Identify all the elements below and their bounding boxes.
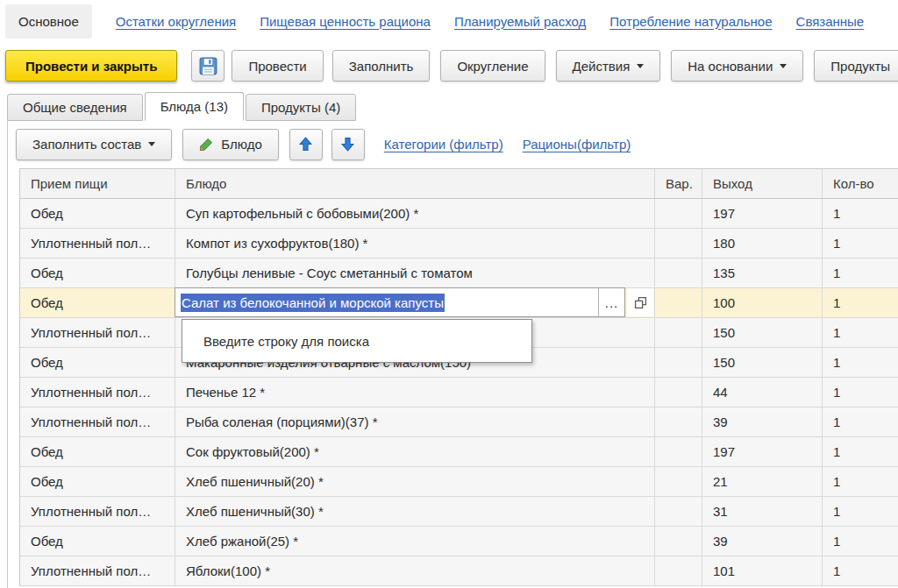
- cell-out[interactable]: 197: [702, 199, 823, 228]
- cell-out[interactable]: 150: [702, 318, 823, 347]
- tab-dishes[interactable]: Блюда (13): [145, 92, 244, 121]
- cell-var[interactable]: [655, 259, 702, 287]
- table-row[interactable]: ОбедСок фруктовый(200) *1971: [20, 437, 898, 467]
- cell-qty[interactable]: 1: [823, 229, 898, 258]
- cell-qty[interactable]: 1: [823, 348, 898, 377]
- cell-out[interactable]: 197: [702, 437, 823, 466]
- cell-qty[interactable]: 1: [823, 407, 898, 436]
- save-button[interactable]: [191, 50, 224, 81]
- cell-meal[interactable]: Уплотненный пол…: [20, 407, 175, 436]
- cell-dish[interactable]: Печенье 12 *: [175, 378, 655, 407]
- column-header-qty[interactable]: Кол-во: [823, 169, 898, 198]
- cell-meal[interactable]: Обед: [20, 259, 175, 287]
- cell-out[interactable]: 100: [702, 288, 823, 317]
- rations-filter-link[interactable]: Рационы(фильтр): [523, 137, 631, 152]
- cell-meal[interactable]: Уплотненный пол…: [20, 378, 175, 407]
- fill-composition-menu-button[interactable]: Заполнить состав: [16, 129, 172, 160]
- post-button[interactable]: Провести: [232, 50, 323, 81]
- products-button[interactable]: Продукты: [814, 50, 898, 81]
- cell-var[interactable]: [655, 527, 702, 556]
- table-row[interactable]: Уплотненный пол…Компот из сухофруктов(18…: [20, 229, 898, 259]
- actions-menu-button[interactable]: Действия: [556, 50, 661, 81]
- move-up-button[interactable]: [289, 129, 323, 160]
- cell-dish[interactable]: Рыба соленая (порциями)(37) *: [175, 407, 655, 436]
- cell-meal[interactable]: Уплотненный пол…: [20, 318, 175, 347]
- nav-link-related[interactable]: Связанные: [796, 14, 865, 29]
- cell-dish[interactable]: Хлеб пшеничный(30) *: [175, 497, 655, 526]
- column-header-var[interactable]: Вар.: [655, 169, 702, 198]
- move-down-button[interactable]: [331, 129, 365, 160]
- table-row[interactable]: ОбедХлеб ржаной(25) *391: [20, 527, 898, 556]
- cell-qty[interactable]: 1: [823, 497, 898, 526]
- table-row[interactable]: ОбедХлеб пшеничный(20) *211: [20, 467, 898, 497]
- cell-var[interactable]: [655, 378, 702, 407]
- cell-var[interactable]: [655, 467, 702, 496]
- categories-filter-link[interactable]: Категории (фильтр): [384, 137, 503, 152]
- cell-meal[interactable]: Обед: [20, 467, 175, 496]
- cell-qty[interactable]: 1: [823, 318, 898, 347]
- table-row[interactable]: Уплотненный пол…Яблоки(100) *1011: [20, 556, 898, 586]
- cell-qty[interactable]: 1: [823, 467, 898, 496]
- cell-qty[interactable]: 1: [823, 556, 898, 585]
- dish-edit-field[interactable]: Салат из белокочанной и морской капусты …: [175, 287, 625, 317]
- cell-var[interactable]: [655, 318, 702, 347]
- dish-edit-input[interactable]: Салат из белокочанной и морской капусты: [175, 288, 598, 316]
- cell-meal[interactable]: Уплотненный пол…: [20, 556, 175, 585]
- cell-dish[interactable]: Яблоки(100) *: [175, 556, 655, 585]
- column-header-meal[interactable]: Прием пищи: [20, 169, 175, 198]
- nav-link-rounding-leftovers[interactable]: Остатки округления: [116, 14, 236, 29]
- cell-out[interactable]: 150: [702, 348, 823, 377]
- cell-qty[interactable]: 1: [823, 199, 898, 228]
- cell-qty[interactable]: 1: [823, 378, 898, 407]
- cell-var[interactable]: [655, 199, 702, 228]
- nav-link-nutrition-value[interactable]: Пищевая ценность рациона: [260, 14, 431, 29]
- cell-meal[interactable]: Обед: [20, 527, 175, 556]
- based-on-menu-button[interactable]: На основании: [671, 50, 803, 81]
- cell-var[interactable]: [655, 229, 702, 258]
- cell-out[interactable]: 135: [702, 259, 823, 287]
- cell-meal[interactable]: Уплотненный пол…: [20, 229, 175, 258]
- choose-value-button[interactable]: ...: [598, 288, 624, 316]
- cell-meal[interactable]: Обед: [20, 348, 175, 377]
- cell-qty[interactable]: 1: [823, 259, 898, 287]
- cell-qty[interactable]: 1: [823, 437, 898, 466]
- table-row[interactable]: Уплотненный пол…Печенье 12 *441: [20, 378, 898, 407]
- cell-meal[interactable]: Обед: [20, 288, 175, 317]
- cell-qty[interactable]: 1: [823, 527, 898, 556]
- cell-dish[interactable]: Хлеб ржаной(25) *: [175, 527, 655, 556]
- post-and-close-button[interactable]: Провести и закрыть: [5, 50, 177, 81]
- nav-link-natural-consumption[interactable]: Потребление натуральное: [609, 14, 772, 29]
- tab-products[interactable]: Продукты (4): [246, 94, 356, 121]
- cell-dish[interactable]: Хлеб пшеничный(20) *: [175, 467, 655, 496]
- cell-out[interactable]: 21: [702, 467, 823, 496]
- cell-var[interactable]: [655, 556, 702, 585]
- cell-meal[interactable]: Обед: [20, 437, 175, 466]
- nav-item-main[interactable]: Основное: [5, 4, 92, 39]
- table-row[interactable]: ОбедСуп картофельный с бобовыми(200) *19…: [20, 199, 898, 229]
- cell-out[interactable]: 44: [702, 378, 823, 407]
- cell-var[interactable]: [655, 437, 702, 466]
- rounding-button[interactable]: Округление: [440, 50, 545, 81]
- cell-var[interactable]: [655, 497, 702, 526]
- cell-meal[interactable]: Обед: [20, 199, 175, 228]
- cell-out[interactable]: 39: [702, 527, 823, 556]
- column-header-dish[interactable]: Блюдо: [175, 169, 655, 198]
- fill-button[interactable]: Заполнить: [332, 50, 431, 81]
- cell-dish[interactable]: Сок фруктовый(200) *: [175, 437, 655, 466]
- cell-out[interactable]: 39: [702, 407, 823, 436]
- cell-meal[interactable]: Уплотненный пол…: [20, 497, 175, 526]
- cell-var[interactable]: [655, 288, 702, 317]
- table-row[interactable]: Уплотненный пол…Рыба соленая (порциями)(…: [20, 407, 898, 437]
- cell-out[interactable]: 101: [702, 556, 823, 585]
- nav-link-planned-expense[interactable]: Планируемый расход: [454, 14, 586, 29]
- open-item-button[interactable]: [627, 288, 653, 316]
- dish-edit-button[interactable]: Блюдо: [182, 129, 278, 160]
- cell-var[interactable]: [655, 348, 702, 377]
- table-row[interactable]: Уплотненный пол…Хлеб пшеничный(30) *311: [20, 497, 898, 527]
- column-header-output[interactable]: Выход: [702, 169, 823, 198]
- cell-dish[interactable]: Компот из сухофруктов(180) *: [175, 229, 655, 258]
- cell-out[interactable]: 180: [702, 229, 823, 258]
- tab-general-info[interactable]: Общие сведения: [7, 94, 143, 121]
- cell-dish[interactable]: Суп картофельный с бобовыми(200) *: [175, 199, 655, 228]
- table-row[interactable]: ОбедГолубцы ленивые - Соус сметанный с т…: [20, 259, 898, 288]
